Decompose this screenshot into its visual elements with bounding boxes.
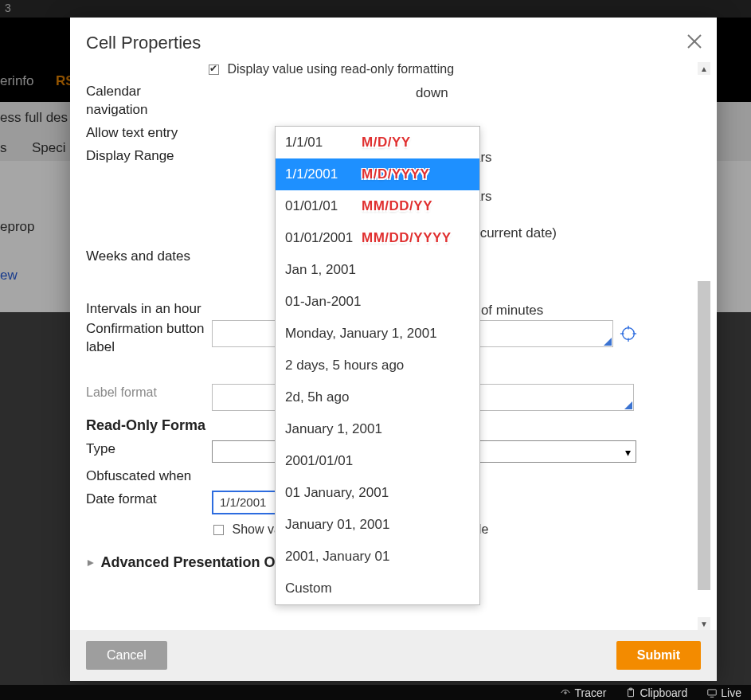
date-format-option-label: 2 days, 5 hours ago [285, 358, 404, 373]
modal-header: Cell Properties [70, 18, 717, 56]
show-validation-checkbox[interactable] [213, 525, 224, 535]
scroll-up-icon[interactable]: ▲ [698, 62, 710, 75]
tracer-label: Tracer [574, 686, 606, 699]
date-format-option-label: 01-Jan-2001 [285, 294, 361, 310]
date-format-option[interactable]: 2d, 5h ago [276, 381, 479, 413]
weeks-dates-label: Weeks and dates [86, 248, 205, 266]
date-format-option-label: 01 January, 2001 [285, 485, 389, 501]
allow-text-entry-label: Allow text entry [86, 124, 205, 143]
display-value-ro-checkbox[interactable] [209, 65, 219, 75]
cancel-button[interactable]: Cancel [86, 641, 167, 670]
confirm-button-label: Confirmation button label [86, 320, 205, 357]
date-format-selected-value: 1/1/2001 [220, 494, 266, 512]
date-format-option-label: 2001, January 01 [285, 549, 389, 565]
date-format-option-label: 2d, 5h ago [285, 389, 349, 405]
date-format-option-label: Custom [285, 581, 332, 596]
clipboard-icon [625, 687, 636, 698]
date-format-option[interactable]: Custom [276, 573, 479, 604]
live-icon [706, 687, 718, 698]
cell-properties-modal: Cell Properties Display value using read… [70, 18, 717, 681]
clipboard-label: Clipboard [640, 686, 687, 699]
modal-scrollbar[interactable]: ▲ ▼ [698, 62, 710, 630]
display-range-label: Display Range [86, 147, 205, 166]
date-format-option-label: Monday, January 1, 2001 [285, 326, 437, 342]
date-format-option-badge: MM/DD/YY [362, 198, 432, 214]
date-format-option[interactable]: January 1, 2001 [276, 413, 479, 445]
date-format-label: Date format [86, 491, 205, 509]
date-format-option-label: Jan 1, 2001 [285, 262, 356, 278]
obfuscated-label: Obfuscated when [86, 467, 205, 486]
intervals-label: Intervals in an hour [86, 300, 205, 319]
tracer-icon [560, 687, 571, 698]
date-format-option[interactable]: 2 days, 5 hours ago [276, 350, 479, 381]
app-footer-toolbar: Tracer Clipboard Live [0, 685, 751, 700]
date-format-option-label: 2001/01/01 [285, 453, 353, 469]
display-range-years-after: years [459, 147, 694, 168]
date-format-option-badge: M/D/YYYY [362, 166, 429, 182]
date-format-option[interactable]: 2001, January 01 [276, 541, 479, 573]
display-range-years-before: years [459, 186, 694, 207]
date-format-option-label: 01/01/2001 [285, 230, 353, 246]
label-format-label: Label format [86, 384, 205, 401]
date-format-option-label: 1/1/2001 [285, 166, 338, 182]
svg-rect-10 [708, 689, 717, 694]
date-format-option[interactable]: January 01, 2001 [276, 509, 479, 541]
date-format-option-badge: M/D/YY [362, 135, 411, 151]
svg-point-2 [623, 328, 635, 340]
modal-footer: Cancel Submit [70, 630, 717, 681]
clipboard-tool[interactable]: Clipboard [625, 686, 687, 699]
svg-point-7 [565, 691, 566, 693]
date-format-option[interactable]: 1/1/01M/D/YY [276, 127, 479, 158]
date-format-dropdown[interactable]: 1/1/01M/D/YY1/1/2001M/D/YYYY01/01/01MM/D… [275, 126, 480, 605]
display-value-ro-label: Display value using read-only formatting [227, 62, 454, 76]
modal-title: Cell Properties [86, 33, 201, 53]
date-format-option-label: 01/01/01 [285, 198, 338, 214]
date-format-option[interactable]: 1/1/2001M/D/YYYY [276, 158, 479, 190]
close-icon[interactable] [685, 32, 704, 51]
date-format-option[interactable]: 01/01/01MM/DD/YY [276, 190, 479, 222]
date-format-option[interactable]: 01/01/2001MM/DD/YYYY [276, 222, 479, 254]
date-format-option[interactable]: 01-Jan-2001 [276, 286, 479, 318]
date-format-option[interactable]: 01 January, 2001 [276, 477, 479, 509]
date-format-option-label: January 1, 2001 [285, 421, 382, 437]
date-format-option-label: January 01, 2001 [285, 517, 389, 533]
calendar-nav-label: Calendar navigation [86, 83, 205, 119]
date-format-option-badge: MM/DD/YYYY [362, 230, 452, 246]
scroll-down-icon[interactable]: ▼ [698, 617, 710, 630]
crosshair-icon[interactable] [620, 325, 637, 342]
date-format-option[interactable]: 2001/01/01 [276, 445, 479, 477]
modal-body: Display value using read-only formatting… [70, 62, 717, 630]
tracer-tool[interactable]: Tracer [560, 686, 606, 699]
date-format-option[interactable]: Jan 1, 2001 [276, 254, 479, 286]
live-label: Live [721, 686, 741, 699]
date-format-option-label: 1/1/01 [285, 135, 323, 151]
type-label: Type [86, 440, 205, 459]
submit-button[interactable]: Submit [616, 641, 701, 670]
calendar-nav-value: down [416, 85, 448, 100]
date-format-option[interactable]: Monday, January 1, 2001 [276, 318, 479, 350]
scroll-thumb[interactable] [698, 281, 710, 590]
live-tool[interactable]: Live [706, 686, 741, 699]
chevron-right-icon[interactable]: ▾ [86, 560, 97, 566]
